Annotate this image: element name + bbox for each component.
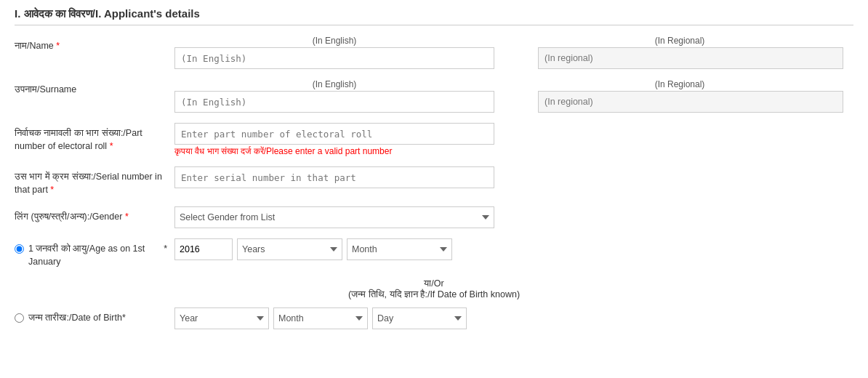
age-inputs: Years 1 2 Month January February March A… (174, 238, 853, 260)
surname-inputs: (In English) (In Regional) (174, 79, 853, 113)
gender-label: लिंग (पुरुष/स्त्री/अन्य):/Gender * (15, 206, 174, 224)
gender-select[interactable]: Select Gender from List Male/पुरुष Femal… (174, 206, 494, 228)
or-section: या/Or (जन्म तिथि, यदि ज्ञान है:/If Date … (15, 278, 853, 300)
name-reg-col-label: (In Regional) (516, 36, 843, 46)
age-radio-label[interactable]: 1 जनवरी को आयु/Age as on 1st January * (15, 238, 174, 268)
name-label: नाम/Name * (15, 36, 174, 53)
dob-radio-label[interactable]: जन्म तारीख:/Date of Birth * (15, 307, 174, 325)
age-year-input[interactable] (174, 238, 233, 260)
part-number-input[interactable] (174, 123, 494, 145)
gender-row: लिंग (पुरुष/स्त्री/अन्य):/Gender * Selec… (15, 206, 853, 228)
part-number-label: निर्वाचक नामावली का भाग संख्या:/Part num… (15, 123, 174, 153)
dob-day-select[interactable]: Day (372, 307, 467, 329)
serial-number-inputs (174, 166, 853, 188)
surname-english-input[interactable] (174, 91, 494, 113)
surname-regional-input[interactable] (538, 91, 843, 113)
serial-number-input[interactable] (174, 166, 494, 188)
name-inputs: (In English) (In Regional) (174, 36, 853, 69)
name-en-col-label: (In English) (174, 36, 494, 46)
surname-row: उपनाम/Surname (In English) (In Regional) (15, 79, 853, 113)
gender-inputs: Select Gender from List Male/पुरुष Femal… (174, 206, 853, 228)
part-number-error: कृपया वैध भाग संख्या दर्ज करें/Please en… (174, 146, 853, 156)
age-row: 1 जनवरी को आयु/Age as on 1st January * Y… (15, 238, 853, 268)
dob-month-select[interactable]: Month January February March April May J… (273, 307, 368, 329)
dob-row: जन्म तारीख:/Date of Birth * Year Month J… (15, 307, 853, 329)
dob-year-select[interactable]: Year (174, 307, 269, 329)
dob-inputs: Year Month January February March April … (174, 307, 853, 329)
age-month-select[interactable]: Month January February March April May J… (347, 238, 452, 260)
dob-radio[interactable] (15, 313, 24, 323)
surname-reg-col-label: (In Regional) (516, 79, 843, 89)
serial-number-label: उस भाग में क्रम संख्या:/Serial number in… (15, 166, 174, 196)
section-title: I. आवेदक का विवरण/I. Applicant's details (15, 7, 853, 25)
serial-number-row: उस भाग में क्रम संख्या:/Serial number in… (15, 166, 853, 196)
surname-en-col-label: (In English) (174, 79, 494, 89)
name-english-input[interactable] (174, 47, 494, 69)
name-row: नाम/Name * (In English) (In Regional) (15, 36, 853, 69)
part-number-inputs: कृपया वैध भाग संख्या दर्ज करें/Please en… (174, 123, 853, 156)
surname-label: उपनाम/Surname (15, 79, 174, 97)
name-regional-input[interactable] (538, 47, 843, 69)
part-number-row: निर्वाचक नामावली का भाग संख्या:/Part num… (15, 123, 853, 156)
age-radio[interactable] (15, 244, 24, 254)
age-years-select[interactable]: Years 1 2 (237, 238, 342, 260)
